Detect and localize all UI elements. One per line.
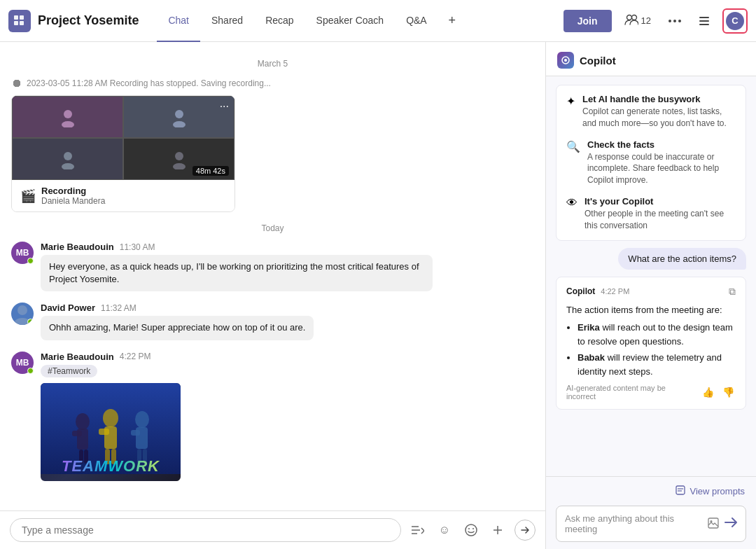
record-icon: ⏺ [11,77,22,90]
message-meta-1: Marie Beaudouin 11:30 AM [41,242,433,252]
action-item-1-text: will reach out to the design team to res… [578,322,733,347]
action-item-2-name: Babak [578,352,605,363]
private-text: It's your Copilot Other people in the me… [584,196,736,232]
copilot-info-busywork: ✦ Let AI handle the busywork Copilot can… [566,94,736,130]
topbar-right: Join 12 [564,8,748,34]
tab-shared[interactable]: Shared [200,0,254,42]
private-icon: 👁 [566,197,578,209]
copilot-body: ✦ Let AI handle the busywork Copilot can… [546,76,756,476]
action-items-list: Erika will reach out to the design team … [566,321,736,378]
copilot-button[interactable]: C [722,8,748,34]
svg-rect-3 [20,21,24,25]
participants-button[interactable]: 12 [619,10,657,32]
message-meta-2: David Power 11:32 AM [41,303,314,313]
sender-name-2: David Power [41,303,95,313]
recording-more-button[interactable]: ··· [220,100,229,113]
svg-rect-50 [708,518,718,528]
recording-card[interactable]: 48m 42s ··· 🎬 Recording Daniela Mandera [11,95,235,212]
copilot-ask-input[interactable]: Ask me anything about this meeting [556,506,746,542]
recording-file-icon: 🎬 [20,188,36,204]
david-online-status [27,319,34,325]
user-question-bubble: What are the action items? [618,248,746,270]
svg-point-18 [175,152,183,160]
facts-desc: A response could be inaccurate or incomp… [587,151,736,186]
message-input[interactable] [10,518,401,542]
image-icon[interactable] [708,517,719,531]
busywork-text: Let AI handle the busywork Copilot can g… [582,94,736,130]
chat-panel: March 5 ⏺ 2023-03-05 11:28 AM Recording … [0,42,546,549]
copilot-response: Copilot 4:22 PM ⧉ The action items from … [556,277,746,410]
tabs: Chat Shared Recap Speaker Coach Q&A + [157,0,463,42]
svg-point-41 [468,528,470,529]
message-meta-3: Marie Beaudouin 4:22 PM [41,352,181,362]
copilot-panel: Copilot ✦ Let AI handle the busywork Cop… [546,42,756,549]
tab-chat[interactable]: Chat [157,0,200,42]
send-button[interactable] [514,520,536,541]
list-icon[interactable] [693,10,715,32]
message-content-1: Marie Beaudouin 11:30 AM Hey everyone, a… [41,242,433,291]
svg-point-12 [64,110,72,118]
thumbs-down-button[interactable]: 👎 [721,385,736,399]
facts-text: Check the facts A response could be inac… [587,139,736,186]
tab-qa[interactable]: Q&A [395,0,438,42]
user-question-container: What are the action items? [556,248,746,270]
copilot-info-facts: 🔍 Check the facts A response could be in… [566,139,736,186]
meeting-title: Project Yosemite [38,13,139,28]
view-prompts-label: View prompts [690,486,745,496]
svg-point-15 [173,121,186,127]
busywork-desc: Copilot can generate notes, list tasks, … [582,106,736,130]
more-options-button[interactable] [664,10,686,32]
svg-rect-9 [699,17,709,18]
facts-title: Check the facts [587,139,736,150]
message-time-2: 11:32 AM [101,303,136,313]
svg-point-5 [631,15,636,20]
svg-rect-1 [20,15,24,20]
ask-send-button[interactable] [724,517,737,531]
attach-icon[interactable] [488,520,507,540]
join-button[interactable]: Join [564,10,612,32]
copilot-header: Copilot [546,42,756,76]
feedback-disclaimer: AI-generated content may be incorrect [566,384,695,401]
hashtag-teamwork[interactable]: #Teamwork [41,365,97,377]
svg-rect-0 [14,15,18,20]
sticker-icon[interactable] [461,520,481,540]
topbar: Project Yosemite Chat Shared Recap Speak… [0,0,756,42]
message-content-2: David Power 11:32 AM Ohhh amazing, Marie… [41,303,314,340]
message-time-3: 4:22 PM [120,352,151,361]
copilot-info-card: ✦ Let AI handle the busywork Copilot can… [556,85,746,241]
copy-button[interactable]: ⧉ [729,286,736,298]
ask-placeholder-text: Ask me anything about this meeting [565,513,702,534]
svg-point-40 [465,524,477,536]
thumb-cell-1 [12,96,123,138]
message-bubble-1: Hey everyone, as a quick heads up, I'll … [41,255,433,291]
topbar-left: Project Yosemite Chat Shared Recap Speak… [8,0,564,42]
add-tab-button[interactable]: + [441,10,463,32]
recording-details: Recording Daniela Mandera [41,186,105,206]
svg-point-7 [673,20,676,22]
people-icon [624,14,638,27]
emoji-icon[interactable]: ☺ [435,520,454,540]
avatar-david [11,303,34,325]
date-separator-today: Today [11,223,534,233]
format-icon[interactable] [408,520,428,540]
copilot-response-name: Copilot [566,286,595,296]
copilot-info-private: 👁 It's your Copilot Other people in the … [566,196,736,232]
message-row-3: MB Marie Beaudouin 4:22 PM #Teamwork [11,352,534,481]
private-title: It's your Copilot [584,196,736,207]
svg-rect-24 [72,431,82,436]
grid-icon [8,10,31,32]
thumbs-up-button[interactable]: 👍 [701,385,715,399]
copilot-response-text: The action items from the meeting are: E… [566,303,736,379]
tab-recap[interactable]: Recap [254,0,304,42]
svg-point-14 [175,110,183,118]
copilot-footer: View prompts Ask me anything about this … [546,476,756,549]
avatar-initials: MB [16,248,29,258]
view-prompts-button[interactable]: View prompts [556,482,746,500]
svg-point-16 [64,152,72,160]
tab-speaker-coach[interactable]: Speaker Coach [305,0,396,42]
message-row-2: David Power 11:32 AM Ohhh amazing, Marie… [11,303,534,340]
thumb-cell-2 [123,96,234,138]
thumb-cell-3 [12,138,123,180]
message-group-1: MB Marie Beaudouin 11:30 AM Hey everyone… [11,242,534,291]
avatar-marie-2: MB [11,352,34,374]
